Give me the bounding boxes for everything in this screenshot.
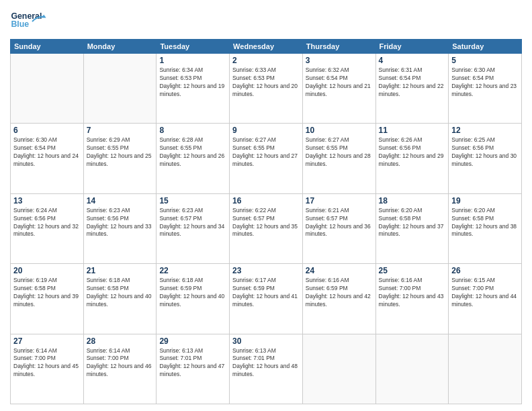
day-number: 12 [451, 126, 519, 135]
day-number: 21 [87, 266, 154, 275]
week-row-5: 27Sunrise: 6:14 AM Sunset: 7:00 PM Dayli… [11, 334, 522, 404]
svg-text:Blue: Blue [11, 19, 29, 29]
day-cell: 23Sunrise: 6:17 AM Sunset: 6:59 PM Dayli… [230, 264, 303, 334]
day-cell: 19Sunrise: 6:20 AM Sunset: 6:58 PM Dayli… [449, 193, 522, 263]
week-row-2: 6Sunrise: 6:30 AM Sunset: 6:54 PM Daylig… [11, 124, 522, 193]
day-cell: 27Sunrise: 6:14 AM Sunset: 7:00 PM Dayli… [11, 334, 84, 404]
day-cell [302, 334, 375, 404]
header: General Blue [10, 7, 522, 34]
day-number: 5 [451, 56, 519, 65]
day-info: Sunrise: 6:33 AM Sunset: 6:53 PM Dayligh… [232, 66, 300, 99]
day-cell: 16Sunrise: 6:22 AM Sunset: 6:57 PM Dayli… [230, 193, 303, 263]
column-header-sunday: Sunday [11, 40, 84, 54]
day-number: 26 [451, 266, 519, 275]
day-info: Sunrise: 6:24 AM Sunset: 6:56 PM Dayligh… [13, 207, 81, 239]
day-cell: 17Sunrise: 6:21 AM Sunset: 6:57 PM Dayli… [302, 193, 375, 263]
day-cell: 4Sunrise: 6:31 AM Sunset: 6:54 PM Daylig… [375, 54, 449, 124]
logo-icon: General Blue [10, 7, 47, 34]
day-number: 28 [87, 336, 154, 346]
day-cell: 15Sunrise: 6:23 AM Sunset: 6:57 PM Dayli… [157, 193, 230, 263]
day-info: Sunrise: 6:32 AM Sunset: 6:54 PM Dayligh… [306, 66, 373, 99]
day-info: Sunrise: 6:23 AM Sunset: 6:57 PM Dayligh… [159, 207, 226, 239]
day-cell: 28Sunrise: 6:14 AM Sunset: 7:00 PM Dayli… [83, 334, 157, 404]
day-number: 24 [306, 266, 373, 275]
day-cell: 3Sunrise: 6:32 AM Sunset: 6:54 PM Daylig… [302, 54, 375, 124]
week-row-1: 1Sunrise: 6:34 AM Sunset: 6:53 PM Daylig… [11, 54, 522, 124]
day-info: Sunrise: 6:31 AM Sunset: 6:54 PM Dayligh… [379, 66, 446, 99]
day-info: Sunrise: 6:25 AM Sunset: 6:56 PM Dayligh… [451, 136, 519, 169]
day-cell: 12Sunrise: 6:25 AM Sunset: 6:56 PM Dayli… [449, 124, 522, 193]
day-info: Sunrise: 6:18 AM Sunset: 6:59 PM Dayligh… [159, 277, 226, 309]
day-info: Sunrise: 6:14 AM Sunset: 7:00 PM Dayligh… [13, 347, 81, 379]
day-number: 14 [87, 196, 154, 205]
column-header-monday: Monday [83, 40, 157, 54]
day-info: Sunrise: 6:30 AM Sunset: 6:54 PM Dayligh… [451, 66, 519, 99]
column-header-tuesday: Tuesday [157, 40, 230, 54]
day-info: Sunrise: 6:13 AM Sunset: 7:01 PM Dayligh… [232, 347, 300, 379]
day-info: Sunrise: 6:13 AM Sunset: 7:01 PM Dayligh… [159, 347, 226, 379]
logo: General Blue [10, 7, 47, 34]
day-info: Sunrise: 6:23 AM Sunset: 6:56 PM Dayligh… [87, 207, 154, 239]
day-number: 10 [306, 126, 373, 135]
day-number: 11 [379, 126, 446, 135]
day-cell: 8Sunrise: 6:28 AM Sunset: 6:55 PM Daylig… [157, 124, 230, 193]
day-number: 18 [379, 196, 446, 205]
day-info: Sunrise: 6:30 AM Sunset: 6:54 PM Dayligh… [13, 136, 81, 169]
day-cell: 11Sunrise: 6:26 AM Sunset: 6:56 PM Dayli… [375, 124, 449, 193]
day-info: Sunrise: 6:16 AM Sunset: 6:59 PM Dayligh… [306, 277, 373, 309]
page: General Blue SundayMondayTuesdayWednesda… [0, 0, 532, 411]
day-cell: 20Sunrise: 6:19 AM Sunset: 6:58 PM Dayli… [11, 264, 84, 334]
day-cell: 21Sunrise: 6:18 AM Sunset: 6:58 PM Dayli… [83, 264, 157, 334]
day-cell: 30Sunrise: 6:13 AM Sunset: 7:01 PM Dayli… [230, 334, 303, 404]
day-cell: 22Sunrise: 6:18 AM Sunset: 6:59 PM Dayli… [157, 264, 230, 334]
header-row: SundayMondayTuesdayWednesdayThursdayFrid… [11, 40, 522, 54]
day-info: Sunrise: 6:34 AM Sunset: 6:53 PM Dayligh… [159, 66, 226, 99]
day-number: 19 [451, 196, 519, 205]
day-cell [11, 54, 84, 124]
column-header-wednesday: Wednesday [230, 40, 303, 54]
day-info: Sunrise: 6:26 AM Sunset: 6:56 PM Dayligh… [379, 136, 446, 169]
day-cell: 2Sunrise: 6:33 AM Sunset: 6:53 PM Daylig… [230, 54, 303, 124]
day-cell [449, 334, 522, 404]
day-number: 1 [159, 56, 226, 65]
day-number: 4 [379, 56, 446, 65]
day-info: Sunrise: 6:27 AM Sunset: 6:55 PM Dayligh… [232, 136, 300, 169]
day-cell: 10Sunrise: 6:27 AM Sunset: 6:55 PM Dayli… [302, 124, 375, 193]
day-info: Sunrise: 6:16 AM Sunset: 7:00 PM Dayligh… [379, 277, 446, 309]
day-number: 30 [232, 336, 300, 346]
day-info: Sunrise: 6:17 AM Sunset: 6:59 PM Dayligh… [232, 277, 300, 309]
day-number: 25 [379, 266, 446, 275]
column-header-friday: Friday [375, 40, 449, 54]
day-number: 27 [13, 336, 81, 346]
day-cell: 29Sunrise: 6:13 AM Sunset: 7:01 PM Dayli… [157, 334, 230, 404]
day-number: 3 [306, 56, 373, 65]
day-cell: 26Sunrise: 6:15 AM Sunset: 7:00 PM Dayli… [449, 264, 522, 334]
column-header-thursday: Thursday [302, 40, 375, 54]
day-cell: 13Sunrise: 6:24 AM Sunset: 6:56 PM Dayli… [11, 193, 84, 263]
day-cell: 14Sunrise: 6:23 AM Sunset: 6:56 PM Dayli… [83, 193, 157, 263]
week-row-4: 20Sunrise: 6:19 AM Sunset: 6:58 PM Dayli… [11, 264, 522, 334]
day-number: 23 [232, 266, 300, 275]
calendar-table: SundayMondayTuesdayWednesdayThursdayFrid… [10, 39, 522, 404]
day-number: 7 [87, 126, 154, 135]
day-number: 13 [13, 196, 81, 205]
day-number: 6 [13, 126, 81, 135]
day-number: 16 [232, 196, 300, 205]
day-cell: 24Sunrise: 6:16 AM Sunset: 6:59 PM Dayli… [302, 264, 375, 334]
day-info: Sunrise: 6:28 AM Sunset: 6:55 PM Dayligh… [159, 136, 226, 169]
week-row-3: 13Sunrise: 6:24 AM Sunset: 6:56 PM Dayli… [11, 193, 522, 263]
day-cell: 9Sunrise: 6:27 AM Sunset: 6:55 PM Daylig… [230, 124, 303, 193]
day-cell: 25Sunrise: 6:16 AM Sunset: 7:00 PM Dayli… [375, 264, 449, 334]
day-number: 9 [232, 126, 300, 135]
day-number: 15 [159, 196, 226, 205]
day-info: Sunrise: 6:20 AM Sunset: 6:58 PM Dayligh… [379, 207, 446, 239]
day-info: Sunrise: 6:20 AM Sunset: 6:58 PM Dayligh… [451, 207, 519, 239]
column-header-saturday: Saturday [449, 40, 522, 54]
day-info: Sunrise: 6:19 AM Sunset: 6:58 PM Dayligh… [13, 277, 81, 309]
day-number: 2 [232, 56, 300, 65]
day-number: 22 [159, 266, 226, 275]
day-info: Sunrise: 6:14 AM Sunset: 7:00 PM Dayligh… [87, 347, 154, 379]
day-number: 8 [159, 126, 226, 135]
day-info: Sunrise: 6:18 AM Sunset: 6:58 PM Dayligh… [87, 277, 154, 309]
day-cell [83, 54, 157, 124]
